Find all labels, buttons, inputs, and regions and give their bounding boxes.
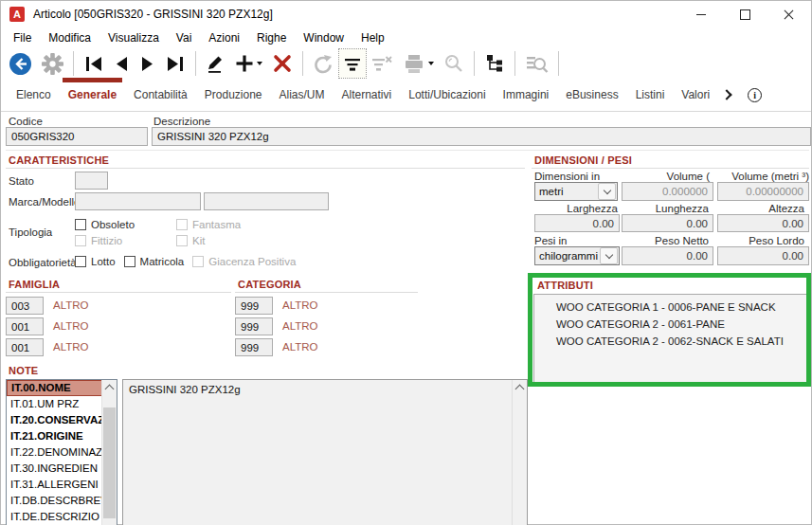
tab-ebusiness[interactable]: eBusiness [566,79,618,111]
delete-button[interactable] [267,49,298,78]
last-record-button[interactable] [160,49,190,78]
stato-input[interactable] [75,172,108,190]
checkbox-giacenza-positiva[interactable]: Giacenza Positiva [192,256,296,267]
tab-immagini[interactable]: Immagini [503,79,550,111]
menu-vai[interactable]: Vai [168,28,200,47]
volume2-label: Volume (metri ³) [713,171,809,182]
edit-button[interactable] [201,49,230,78]
categoria-code-input[interactable]: 999 [235,338,273,356]
menu-righe[interactable]: Righe [248,28,295,47]
info-icon[interactable]: i [748,88,762,102]
note-item-it-21-origine[interactable]: IT.21.ORIGINE [7,428,102,444]
divider [6,150,809,151]
minimize-button[interactable] [679,1,723,27]
peso-netto-input[interactable]: 0.00 [622,246,713,265]
note-item-it-db-descrbrev[interactable]: IT.DB.DESCRBREV [7,493,102,509]
menu-visualizza[interactable]: Visualizza [99,28,168,47]
combo-dropdown-button[interactable] [598,183,616,200]
peso-lordo-input[interactable]: 0.00 [717,246,809,265]
volume2-input[interactable]: 0.00000000 [717,182,809,201]
menu-file[interactable]: File [5,28,40,47]
altezza-input[interactable]: 0.00 [717,214,809,232]
note-item-it-31-allergeni[interactable]: IT.31.ALLERGENI [7,477,102,493]
checkbox-kit[interactable]: Kit [176,235,241,246]
new-dropdown-caret-icon[interactable] [257,62,262,65]
find-in-list-button[interactable] [520,49,553,78]
articolo-window: A Articolo [050GRIS320 - GRISSINI 320 PZ… [0,0,812,525]
checkbox-lotto[interactable]: Lotto [75,256,116,267]
scrollbar-thumb[interactable] [103,407,116,518]
note-item-it-22-denominaz[interactable]: IT.22.DENOMINAZ [7,444,102,461]
categoria-code-input[interactable]: 999 [235,317,273,335]
tab-valori[interactable]: Valori [681,79,710,111]
categoria-code-input[interactable]: 999 [235,297,273,315]
new-button[interactable] [230,49,267,78]
volume1-input[interactable]: 0.000000 [622,182,713,201]
note-editor-scrollbar[interactable] [512,380,527,525]
menu-help[interactable]: Help [352,28,393,47]
toolbar-separator [474,51,475,76]
famiglia-code-input[interactable]: 001 [6,317,44,335]
settings-button[interactable] [37,49,68,78]
tab-generale[interactable]: Generale [68,79,117,111]
section-underline [6,168,525,169]
descrizione-label: Descrizione [153,116,210,127]
note-list-scrollbar[interactable] [101,380,117,525]
menu-window[interactable]: Window [295,28,352,47]
menu-azioni[interactable]: Azioni [200,28,248,47]
back-button[interactable] [4,49,37,78]
maximize-button[interactable] [723,1,767,27]
tab-alternativi[interactable]: Alternativi [342,79,392,111]
remove-filter-button[interactable] [367,49,398,78]
menu-modifica[interactable]: Modifica [40,28,99,47]
show-structure-button[interactable] [479,49,510,78]
apply-filter-button[interactable] [338,48,367,79]
tab-contabilit[interactable]: Contabilità [134,79,188,111]
note-text-editor[interactable]: GRISSINI 320 PZX12g [122,379,528,525]
checkbox-obsoleto[interactable]: Obsoleto [75,219,176,230]
note-item-it-de-descrizio[interactable]: IT.DE.DESCRIZIO [7,509,102,525]
print-dropdown-caret-icon[interactable] [428,62,434,65]
note-item-it-20-conservaz[interactable]: IT.20.CONSERVAZ [7,412,102,428]
attribute-woo-categoria-1-0006-pane-e-snack[interactable]: WOO CATEGORIA 1 - 0006-PANE E SNACK [534,299,808,316]
toolbar-separator [195,51,196,76]
checkbox-fantasma[interactable]: Fantasma [176,219,241,230]
next-record-button[interactable] [135,49,160,78]
first-record-button[interactable] [79,49,109,78]
close-button[interactable] [767,1,810,27]
dimensioni-unit-select[interactable]: metri [534,182,618,201]
tab-overflow-chevron-icon[interactable] [721,89,731,100]
minimize-icon [696,14,706,15]
lunghezza-label: Lunghezza [622,203,709,214]
tab-listini[interactable]: Listini [636,79,665,111]
descrizione-input[interactable]: GRISSINI 320 PZX12g [152,127,811,146]
note-item-it-30-ingredien[interactable]: IT.30.INGREDIEN [7,461,102,477]
tab-lotti-ubicazioni[interactable]: Lotti/Ubicazioni [408,79,485,111]
note-item-it-00-nome[interactable]: IT.00.NOME [7,380,102,396]
tab-produzione[interactable]: Produzione [205,79,262,111]
pesi-unit-select[interactable]: chilogrammi [534,246,620,265]
attribute-woo-categoria-2-0061-pane[interactable]: WOO CATEGORIA 2 - 0061-PANE [534,316,808,333]
find-button[interactable] [439,49,469,78]
modello-input[interactable] [204,192,329,210]
tab-elenco[interactable]: Elenco [16,79,51,111]
famiglia-code-input[interactable]: 001 [6,338,44,356]
codice-input[interactable]: 050GRIS320 [6,127,148,146]
famiglia-code-input[interactable]: 003 [6,297,44,315]
checkbox-matricola[interactable]: Matricola [124,256,185,267]
checkbox-fittizio[interactable]: Fittizio [75,235,176,246]
larghezza-input[interactable]: 0.00 [534,214,620,232]
lunghezza-input[interactable]: 0.00 [622,214,713,232]
marca-input[interactable] [75,192,201,210]
undo-button[interactable] [308,49,338,78]
scroll-up-icon[interactable] [515,385,525,394]
previous-record-button[interactable] [109,49,135,78]
note-item-it-01-um-prz[interactable]: IT.01.UM PRZ [7,396,102,412]
scroll-up-icon[interactable] [105,385,115,394]
attribute-woo-categoria-2-0062-snack-e-salati[interactable]: WOO CATEGORIA 2 - 0062-SNACK E SALATI [534,333,808,350]
tab-alias-um[interactable]: Alias/UM [280,79,325,111]
print-button[interactable] [398,49,439,78]
combo-dropdown-button[interactable] [600,247,618,264]
checkbox-box [192,256,204,267]
dimensioni-pesi-title: DIMENSIONI / PESI [534,154,632,166]
